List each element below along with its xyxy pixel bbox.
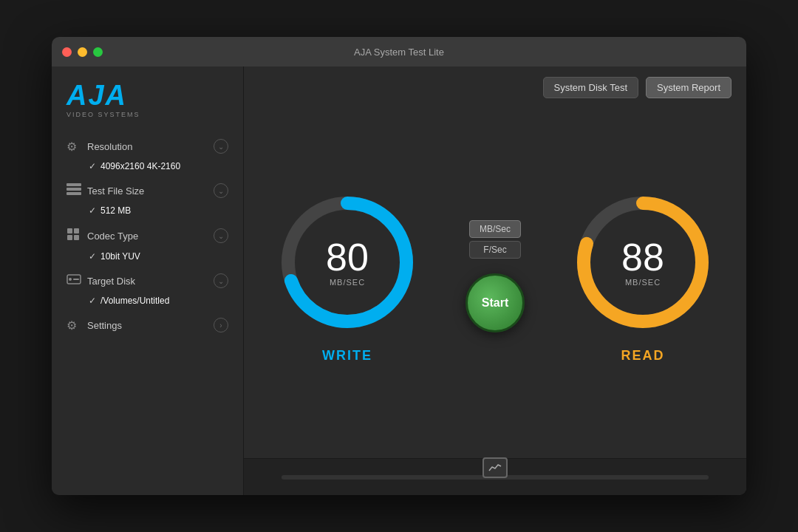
codec-type-value-row: ✓ 10bit YUV (52, 250, 243, 267)
write-label: WRITE (322, 348, 372, 364)
sidebar: AJA VIDEO SYSTEMS ⚙ Resolution ⌄ ✓ 4096x… (52, 66, 244, 495)
write-gauge-container: 80 MB/SEC WRITE (273, 188, 421, 364)
center-controls: MB/Sec F/Sec Start (466, 220, 525, 332)
settings-icon: ⚙ (66, 318, 81, 332)
test-file-size-chevron[interactable]: ⌄ (214, 183, 228, 198)
settings-chevron[interactable]: › (214, 318, 228, 332)
resolution-value: 4096x2160 4K-2160 (100, 161, 180, 171)
sidebar-item-target-disk[interactable]: Target Disk ⌄ (52, 267, 243, 294)
mb-sec-button[interactable]: MB/Sec (469, 220, 521, 238)
svg-rect-0 (66, 183, 81, 186)
test-file-size-check: ✓ (89, 205, 96, 216)
read-unit: MB/SEC (625, 278, 661, 287)
target-disk-value-row: ✓ /Volumes/Untitled (52, 294, 243, 312)
main-window: AJA System Test Lite AJA VIDEO SYSTEMS ⚙… (52, 37, 746, 495)
svg-rect-3 (67, 228, 72, 233)
f-sec-button[interactable]: F/Sec (469, 241, 521, 259)
codec-type-check: ✓ (89, 251, 96, 262)
read-gauge-container: 88 MB/SEC READ (569, 188, 717, 364)
codec-type-chevron[interactable]: ⌄ (214, 228, 228, 243)
gauges-area: 80 MB/SEC WRITE MB/Sec F/Sec Start (244, 109, 746, 458)
chart-icon[interactable] (482, 457, 508, 478)
svg-rect-1 (66, 188, 81, 191)
resolution-check: ✓ (89, 161, 96, 171)
sidebar-item-resolution[interactable]: ⚙ Resolution ⌄ (52, 133, 243, 160)
svg-point-8 (69, 278, 72, 281)
start-button-label: Start (482, 296, 508, 310)
target-disk-label: Target Disk (87, 276, 208, 287)
codec-type-icon (66, 228, 81, 244)
target-disk-chevron[interactable]: ⌄ (214, 273, 228, 288)
sidebar-item-test-file-size[interactable]: Test File Size ⌄ (52, 177, 243, 204)
codec-type-value: 10bit YUV (100, 251, 140, 262)
right-panel: System Disk Test System Report 80 MB/SEC (244, 66, 746, 495)
start-button[interactable]: Start (466, 273, 525, 332)
write-unit: MB/SEC (330, 278, 365, 287)
window-title: AJA System Test Lite (354, 47, 444, 58)
top-bar: System Disk Test System Report (244, 66, 746, 109)
codec-type-label: Codec Type (87, 231, 208, 242)
main-content: AJA VIDEO SYSTEMS ⚙ Resolution ⌄ ✓ 4096x… (52, 66, 746, 495)
test-file-size-label: Test File Size (87, 185, 208, 197)
resolution-chevron[interactable]: ⌄ (214, 139, 228, 154)
svg-rect-9 (73, 279, 79, 280)
settings-label: Settings (87, 320, 208, 331)
target-disk-icon (66, 273, 81, 288)
resolution-label: Resolution (87, 141, 208, 152)
unit-buttons: MB/Sec F/Sec (469, 220, 521, 259)
scrollbar-track[interactable] (282, 475, 709, 480)
write-gauge: 80 MB/SEC (273, 188, 421, 336)
aja-logo: AJA VIDEO SYSTEMS (52, 81, 243, 133)
test-file-size-value-row: ✓ 512 MB (52, 204, 243, 222)
sidebar-item-codec-type[interactable]: Codec Type ⌄ (52, 222, 243, 250)
read-label: READ (621, 348, 664, 364)
resolution-value-row: ✓ 4096x2160 4K-2160 (52, 160, 243, 177)
close-button[interactable] (62, 47, 72, 57)
resolution-icon: ⚙ (66, 140, 81, 154)
sidebar-item-settings[interactable]: ⚙ Settings › (52, 312, 243, 338)
traffic-lights (62, 47, 103, 57)
read-gauge: 88 MB/SEC (569, 188, 717, 336)
test-file-size-value: 512 MB (100, 205, 131, 216)
target-disk-value: /Volumes/Untitled (100, 296, 169, 306)
bottom-bar (244, 458, 746, 495)
svg-rect-2 (66, 192, 81, 195)
target-disk-check: ✓ (89, 296, 96, 306)
minimize-button[interactable] (78, 47, 87, 57)
system-disk-test-button[interactable]: System Disk Test (543, 77, 638, 98)
maximize-button[interactable] (93, 47, 103, 57)
svg-rect-4 (74, 228, 79, 233)
system-report-button[interactable]: System Report (646, 77, 732, 98)
titlebar: AJA System Test Lite (52, 37, 746, 66)
write-value: 80 (326, 238, 369, 276)
svg-rect-6 (74, 235, 79, 240)
aja-logo-subtitle: VIDEO SYSTEMS (66, 111, 228, 118)
read-value: 88 (621, 238, 664, 276)
test-file-size-icon (66, 183, 81, 198)
aja-logo-letters: AJA (66, 81, 228, 109)
svg-rect-5 (67, 235, 72, 240)
